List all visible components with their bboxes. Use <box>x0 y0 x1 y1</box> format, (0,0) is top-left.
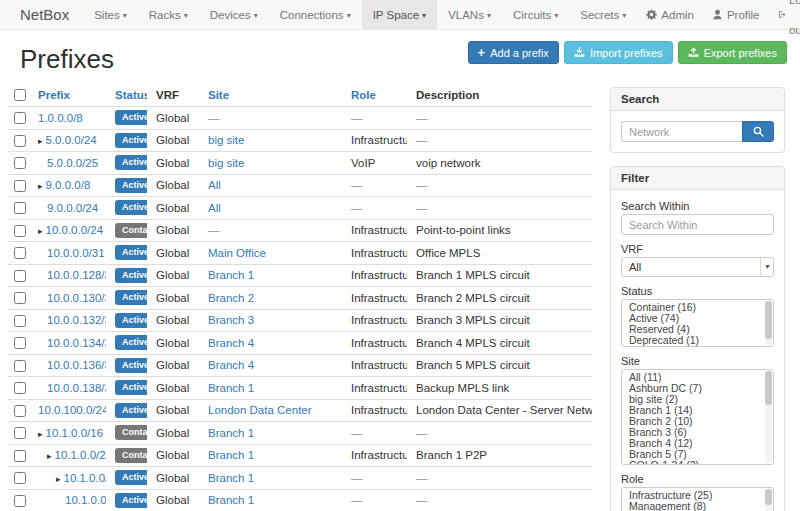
export-prefixes-button[interactable]: Export prefixes <box>678 41 787 64</box>
listbox-option[interactable]: Branch 2 (10) <box>622 416 773 427</box>
brand-logo[interactable]: NetBox <box>0 0 83 29</box>
prefix-link[interactable]: 10.0.0.0/31 <box>47 247 105 259</box>
profile-menu-item[interactable]: Profile <box>703 0 769 30</box>
row-checkbox[interactable] <box>14 202 26 214</box>
listbox-option[interactable]: Branch 1 (14) <box>622 405 773 416</box>
prefix-link[interactable]: 10.0.0.0/24 <box>46 224 104 236</box>
nav-item-ip-space[interactable]: IP Space▾ <box>362 0 437 29</box>
status-badge[interactable]: Active <box>115 493 147 508</box>
listbox-option[interactable]: All (11) <box>622 372 773 383</box>
scrollbar[interactable] <box>765 371 772 463</box>
prefix-link[interactable]: 10.1.0.0/25 <box>64 472 106 484</box>
nav-item-circuits[interactable]: Circuits▾ <box>502 0 569 29</box>
column-header-status[interactable]: Status <box>106 84 147 107</box>
status-badge[interactable]: Active <box>115 335 147 350</box>
site-link[interactable]: All <box>208 179 221 191</box>
admin-menu-item[interactable]: Admin <box>637 0 703 30</box>
listbox-option[interactable]: Active (74) <box>622 313 773 324</box>
nav-item-sites[interactable]: Sites▾ <box>83 0 138 29</box>
search-within-input[interactable] <box>621 214 774 235</box>
site-link[interactable]: Branch 1 <box>208 427 254 439</box>
status-badge[interactable]: Active <box>115 178 147 193</box>
listbox-option[interactable]: Ashburn DC (7) <box>622 383 773 394</box>
row-checkbox[interactable] <box>14 292 26 304</box>
site-link[interactable]: Branch 3 <box>208 314 254 326</box>
search-button[interactable] <box>742 121 774 142</box>
row-checkbox[interactable] <box>14 382 26 394</box>
row-checkbox[interactable] <box>14 360 26 372</box>
site-link[interactable]: Main Office <box>208 247 266 259</box>
listbox-option[interactable]: Branch 5 (7) <box>622 449 773 460</box>
row-checkbox[interactable] <box>14 337 26 349</box>
import-prefixes-button[interactable]: Import prefixes <box>564 41 673 64</box>
row-checkbox[interactable] <box>14 180 26 192</box>
listbox-option[interactable]: Branch 3 (6) <box>622 427 773 438</box>
row-checkbox[interactable] <box>14 225 26 237</box>
site-link[interactable]: Branch 1 <box>208 269 254 281</box>
listbox-option[interactable]: Reserved (4) <box>622 324 773 335</box>
listbox-option[interactable]: Container (16) <box>622 302 773 313</box>
status-badge[interactable]: Active <box>115 268 147 283</box>
status-badge[interactable]: Active <box>115 380 147 395</box>
column-header-site[interactable]: Site <box>199 84 342 107</box>
prefix-link[interactable]: 10.0.0.132/31 <box>47 314 106 326</box>
column-header-role[interactable]: Role <box>342 84 407 107</box>
site-link[interactable]: Branch 4 <box>208 359 254 371</box>
listbox-option[interactable]: Branch 4 (12) <box>622 438 773 449</box>
scrollbar[interactable] <box>765 489 772 511</box>
prefix-link[interactable]: 10.0.0.136/31 <box>47 359 106 371</box>
row-checkbox[interactable] <box>14 270 26 282</box>
status-badge[interactable]: Container <box>115 223 147 238</box>
prefix-link[interactable]: 9.0.0.0/24 <box>47 202 98 214</box>
status-badge[interactable]: Active <box>115 358 147 373</box>
prefix-link[interactable]: 1.0.0.0/8 <box>38 112 83 124</box>
prefix-link[interactable]: 5.0.0.0/24 <box>46 134 97 146</box>
prefix-link[interactable]: 9.0.0.0/8 <box>46 179 91 191</box>
nav-item-racks[interactable]: Racks▾ <box>138 0 199 29</box>
prefix-link[interactable]: 10.1.0.0/24 <box>55 449 106 461</box>
search-input[interactable] <box>621 121 742 142</box>
site-link[interactable]: Branch 1 <box>208 494 254 506</box>
site-link[interactable]: London Data Center <box>208 404 312 416</box>
row-checkbox[interactable] <box>14 427 26 439</box>
status-badge[interactable]: Active <box>115 110 147 125</box>
row-checkbox[interactable] <box>14 405 26 417</box>
role-filter-listbox[interactable]: Infrastructure (25)Management (8)Private… <box>621 487 774 511</box>
vrf-select[interactable]: All ▼ <box>621 257 774 277</box>
site-link[interactable]: Branch 2 <box>208 292 254 304</box>
site-filter-listbox[interactable]: All (11)Ashburn DC (7)big site (2)Branch… <box>621 369 774 465</box>
listbox-option[interactable]: Deprecated (1) <box>622 335 773 346</box>
prefix-link[interactable]: 10.1.0.0/16 <box>46 427 104 439</box>
status-badge[interactable]: Active <box>115 200 147 215</box>
logout-menu-item[interactable]: Log out <box>769 0 800 45</box>
prefix-link[interactable]: 10.0.0.134/31 <box>47 337 106 349</box>
site-link[interactable]: All <box>208 202 221 214</box>
site-link[interactable]: Branch 4 <box>208 337 254 349</box>
status-badge[interactable]: Active <box>115 403 147 418</box>
nav-item-vlans[interactable]: VLANs▾ <box>437 0 502 29</box>
status-badge[interactable]: Active <box>115 313 147 328</box>
nav-item-devices[interactable]: Devices▾ <box>199 0 269 29</box>
status-filter-listbox[interactable]: Container (16)Active (74)Reserved (4)Dep… <box>621 299 774 347</box>
prefix-link[interactable]: 10.0.100.0/24 <box>38 404 106 416</box>
site-link[interactable]: Branch 1 <box>208 472 254 484</box>
row-checkbox[interactable] <box>14 135 26 147</box>
add-prefix-button[interactable]: + Add a prefix <box>468 41 559 64</box>
row-checkbox[interactable] <box>14 112 26 124</box>
status-badge[interactable]: Container <box>115 448 147 463</box>
scrollbar[interactable] <box>765 301 772 345</box>
site-link[interactable]: Branch 1 <box>208 382 254 394</box>
listbox-option[interactable]: COLO-1-24 (2) <box>622 460 773 465</box>
row-checkbox[interactable] <box>14 450 26 462</box>
row-checkbox[interactable] <box>14 247 26 259</box>
row-checkbox[interactable] <box>14 157 26 169</box>
status-badge[interactable]: Active <box>115 155 147 170</box>
prefix-link[interactable]: 5.0.0.0/25 <box>47 157 98 169</box>
listbox-option[interactable]: big site (2) <box>622 394 773 405</box>
row-checkbox[interactable] <box>14 472 26 484</box>
listbox-option[interactable]: Management (8) <box>622 501 773 511</box>
select-all-checkbox[interactable] <box>14 89 26 101</box>
status-badge[interactable]: Active <box>115 133 147 148</box>
listbox-option[interactable]: Infrastructure (25) <box>622 490 773 501</box>
column-header-prefix[interactable]: Prefix <box>34 84 106 107</box>
